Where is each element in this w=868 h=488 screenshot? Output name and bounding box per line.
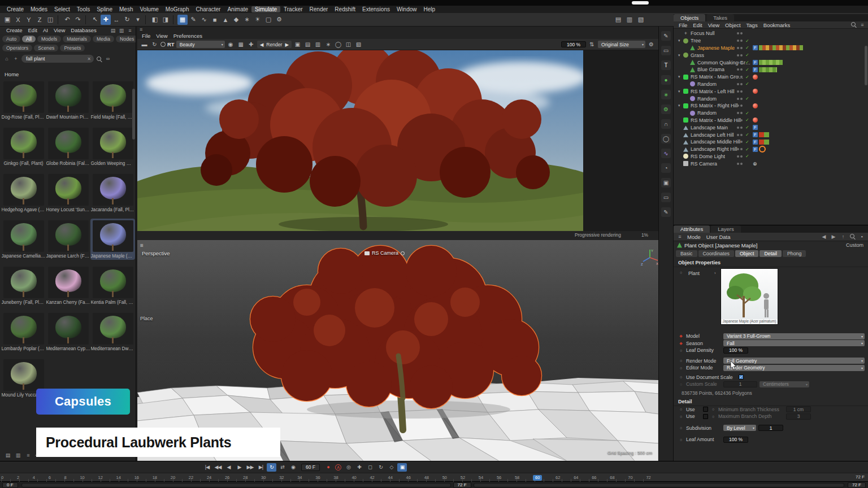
custom-scale-field[interactable]: 1 xyxy=(723,381,757,387)
visibility-dots[interactable] xyxy=(737,163,743,165)
light-button[interactable]: ☀ xyxy=(253,15,263,25)
back-icon[interactable]: ◀ xyxy=(821,233,827,240)
object-menu-item[interactable]: Object xyxy=(722,22,743,28)
visibility-dots[interactable] xyxy=(737,119,743,121)
visibility-dots[interactable] xyxy=(737,112,743,114)
timeline-ticks[interactable]: 0246810121416182022242628303234363840424… xyxy=(1,473,651,482)
timeline-tick[interactable]: 48 xyxy=(424,475,429,481)
simulation-button[interactable]: ⚙ xyxy=(274,15,284,25)
annotate-icon[interactable]: ✎ xyxy=(661,207,671,217)
asset-plant-item[interactable]: Lombardy Poplar (Fall... xyxy=(1,311,46,352)
record-scale-button[interactable]: ◻ xyxy=(365,463,375,472)
asset-plant-item[interactable]: Honey Locust 'Sunbur... xyxy=(46,172,90,213)
visibility-dots[interactable] xyxy=(737,83,743,85)
attribute-section-tab[interactable]: Phong xyxy=(783,250,806,257)
record-pla-button[interactable]: ▣ xyxy=(397,463,407,472)
visibility-dots[interactable] xyxy=(737,148,743,150)
asset-filter-tab[interactable]: All xyxy=(22,36,36,42)
parameter-dot-icon[interactable]: ○ xyxy=(678,348,684,352)
workplane-icon[interactable]: ▣ xyxy=(2,15,12,25)
visibility-dots[interactable] xyxy=(737,47,743,49)
timeline-tick[interactable]: 10 xyxy=(80,475,84,481)
sound-button[interactable]: ◉ xyxy=(288,463,298,472)
expand-arrow-icon[interactable] xyxy=(678,103,683,108)
timeline-tick[interactable]: 44 xyxy=(388,475,393,481)
parameter-dot-icon[interactable]: ○ xyxy=(678,375,684,379)
timeline-tick[interactable]: 62 xyxy=(555,475,560,481)
record-button[interactable]: ● xyxy=(323,463,333,472)
object-row[interactable]: RS Matrix - Left Hill xyxy=(674,88,868,95)
timeline-tick[interactable]: 40 xyxy=(351,475,356,481)
mograph-button[interactable]: ◆ xyxy=(231,15,241,25)
timeline-tick[interactable]: 46 xyxy=(406,475,411,481)
asset-plant-item[interactable]: Mediterranean Dwarf ... xyxy=(90,311,135,352)
timeline-tick[interactable]: 12 xyxy=(98,475,103,481)
filter-icon[interactable]: ≡ xyxy=(859,21,866,28)
keyframe-selection-button[interactable]: ◎ xyxy=(344,463,353,472)
forward-icon[interactable]: ▶ xyxy=(830,233,837,240)
object-row[interactable]: Grass xyxy=(674,51,868,59)
search-icon[interactable] xyxy=(850,21,857,28)
timeline-tick[interactable]: 32 xyxy=(279,475,284,481)
object-tags[interactable] xyxy=(753,117,758,123)
asset-plant-item[interactable]: Ginkgo (Fall, Plant) xyxy=(1,126,46,167)
timeline-tick[interactable]: 64 xyxy=(574,475,578,481)
visibility-dots[interactable] xyxy=(737,32,743,34)
asset-plant-item[interactable]: Kentia Palm (Fall, Plant) xyxy=(90,265,135,306)
record-position-button[interactable]: ✚ xyxy=(354,463,364,472)
timeline-tick[interactable]: 50 xyxy=(442,475,447,481)
axis-y-lock-button[interactable]: Y xyxy=(24,15,34,25)
menubar-item[interactable]: Mesh xyxy=(116,6,136,12)
preview-range-slider[interactable] xyxy=(21,483,451,487)
timeline-tick[interactable]: 38 xyxy=(333,475,338,481)
menubar-item[interactable]: Help xyxy=(420,6,439,12)
enable-check-icon[interactable] xyxy=(745,132,751,137)
render-mode-dropdown[interactable]: Beauty xyxy=(176,41,225,48)
object-menu-item[interactable]: Bookmarks xyxy=(761,22,793,28)
subdivision-field[interactable]: 1 xyxy=(758,425,783,431)
spline-button[interactable]: ∿ xyxy=(199,15,209,25)
timeline-tick[interactable]: 26 xyxy=(225,475,229,481)
circle-spline-icon[interactable]: ◯ xyxy=(661,134,671,143)
render-view-button[interactable]: ▤ xyxy=(613,15,623,25)
split-view-icon[interactable]: ◫ xyxy=(344,40,353,49)
enable-check-icon[interactable] xyxy=(745,53,751,58)
object-row[interactable]: RS Matrix - Right Hill xyxy=(674,102,868,110)
menubar-item[interactable]: Redshift xyxy=(331,6,359,12)
menubar-item[interactable]: MoGraph xyxy=(162,6,193,12)
use-min-branch-checkbox[interactable] xyxy=(703,407,708,412)
object-label[interactable]: RS Matrix - Right Hill xyxy=(691,103,738,108)
object-label[interactable]: Random xyxy=(697,81,717,87)
min-branch-field[interactable]: 1 cm xyxy=(786,406,811,412)
timeline-tick[interactable]: 54 xyxy=(479,475,483,481)
home-icon[interactable]: ⌂ xyxy=(3,55,10,62)
asset-menu-item[interactable]: Edit xyxy=(25,27,40,33)
axis-gizmo[interactable]: Y X Z xyxy=(640,248,658,267)
lock-icon[interactable]: ▪ xyxy=(858,233,865,240)
object-label[interactable]: Blue Grama xyxy=(697,67,724,72)
menubar-item[interactable]: Create xyxy=(3,6,27,12)
layout-pill[interactable] xyxy=(632,1,649,5)
timeline-tick[interactable]: 18 xyxy=(153,475,157,481)
plane-icon[interactable]: ▭ xyxy=(661,46,671,55)
visibility-dots[interactable] xyxy=(737,90,743,93)
viewport-menu-icon[interactable]: ≡ xyxy=(140,242,144,249)
recent-tools-dropdown[interactable]: ▾ xyxy=(133,15,143,25)
menubar-item[interactable]: Select xyxy=(51,6,73,12)
landscape-button[interactable]: ▲ xyxy=(220,15,231,25)
asset-plant-item[interactable]: Golden Weeping Willo... xyxy=(90,126,135,167)
visibility-dots[interactable] xyxy=(737,40,743,42)
visibility-dots[interactable] xyxy=(737,155,743,158)
object-label[interactable]: Random xyxy=(697,96,717,102)
move-tool[interactable]: ✚ xyxy=(101,15,111,25)
viewport-label[interactable]: Perspective xyxy=(142,250,170,256)
clear-search-icon[interactable]: ✕ xyxy=(87,56,91,62)
enable-check-icon[interactable] xyxy=(745,81,751,86)
timeline-tick[interactable]: 42 xyxy=(370,475,374,481)
range-start-field[interactable]: 0 F xyxy=(2,482,18,488)
snapshot-icon[interactable]: ∗ xyxy=(324,40,332,49)
enable-check-icon[interactable] xyxy=(745,75,751,80)
asset-menu-item[interactable]: View xyxy=(51,27,68,33)
object-row[interactable]: Random xyxy=(674,110,868,117)
use-document-scale-checkbox[interactable] xyxy=(739,374,744,380)
